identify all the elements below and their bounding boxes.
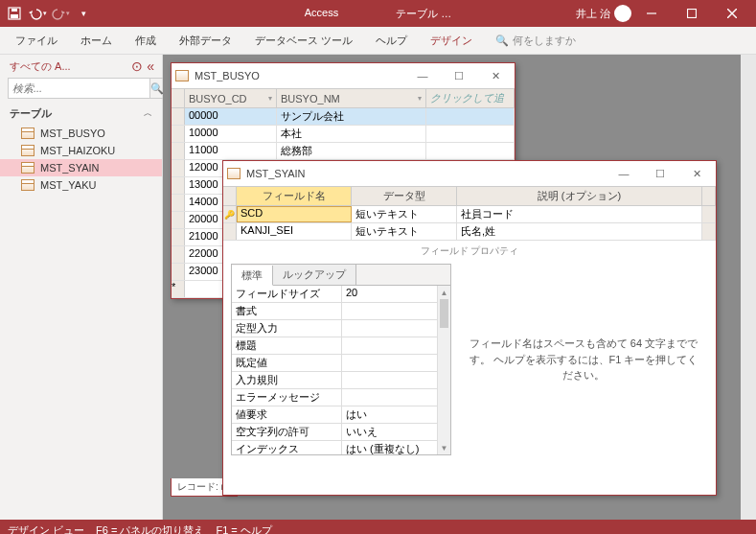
property-value[interactable]: 20 (342, 286, 450, 302)
tab-create[interactable]: 作成 (126, 30, 166, 52)
property-value[interactable]: はい (342, 406, 450, 423)
window-mst-syain[interactable]: MST_SYAIN — ☐ ✕ フィールド名 データ型 説明 (オプション) 🔑… (222, 160, 717, 496)
property-row[interactable]: 標題 (232, 337, 450, 355)
property-row[interactable]: 空文字列の許可いいえ (232, 424, 450, 441)
close-button[interactable] (712, 0, 752, 27)
new-row-marker[interactable]: * (172, 281, 185, 297)
tab-file[interactable]: ファイル (6, 30, 67, 52)
context-title: テーブル … (396, 7, 451, 21)
tab-design[interactable]: デザイン (421, 30, 482, 52)
dh-field-name[interactable]: フィールド名 (237, 187, 352, 205)
win1-minimize[interactable]: — (407, 65, 438, 86)
status-f1: F1 = ヘルプ (216, 523, 271, 535)
property-row[interactable]: インデックスはい (重複なし) (232, 441, 450, 454)
property-value[interactable] (342, 320, 450, 337)
property-row[interactable]: 入力規則 (232, 372, 450, 389)
avatar[interactable] (614, 5, 631, 22)
sidebar-item-mst_haizoku[interactable]: MST_HAIZOKU (0, 142, 162, 159)
undo-icon[interactable]: ▾ (27, 3, 48, 24)
win2-close[interactable]: ✕ (681, 163, 712, 184)
search-icon: 🔍 (495, 35, 509, 47)
table-icon (21, 162, 34, 174)
workspace-scrollbar[interactable] (741, 55, 756, 520)
sidebar-item-label: MST_YAKU (40, 179, 96, 191)
dh-description[interactable]: 説明 (オプション) (457, 187, 702, 205)
property-label: 書式 (232, 303, 342, 319)
user-name: 井上 治 (576, 7, 610, 21)
svg-rect-4 (688, 10, 697, 18)
property-row[interactable]: フィールドサイズ20 (232, 286, 450, 303)
property-value[interactable] (342, 389, 450, 406)
win2-minimize[interactable]: — (608, 163, 639, 184)
nav-group-tables[interactable]: テーブル (10, 106, 52, 121)
property-row[interactable]: 値要求はい (232, 406, 450, 424)
property-value[interactable] (342, 355, 450, 371)
property-value[interactable]: はい (重複なし) (342, 441, 450, 454)
property-value[interactable]: いいえ (342, 424, 450, 440)
nav-search-input[interactable] (8, 78, 150, 99)
property-label: エラーメッセージ (232, 389, 342, 406)
redo-icon[interactable]: ▾ (50, 3, 71, 24)
status-f6: F6 = パネルの切り替え (96, 523, 204, 535)
win2-maximize[interactable]: ☐ (645, 163, 676, 184)
property-label: 値要求 (232, 406, 342, 423)
tell-me-search[interactable]: 🔍 何をしますか (495, 34, 576, 48)
chevron-up-icon[interactable]: ︿ (144, 107, 152, 120)
property-row[interactable]: 書式 (232, 303, 450, 320)
col-busyo-nm[interactable]: BUSYO_NM (281, 93, 340, 104)
sidebar-item-mst_busyo[interactable]: MST_BUSYO (0, 125, 162, 142)
design-row[interactable]: KANJI_SEI短いテキスト氏名,姓 (223, 223, 716, 241)
col-add[interactable]: クリックして追 (430, 91, 504, 105)
sidebar-item-label: MST_HAIZOKU (40, 145, 115, 156)
property-row[interactable]: 定型入力 (232, 320, 450, 337)
sidebar-item-label: MST_BUSYO (40, 128, 105, 139)
title-bar: ▾ ▾ ▾ Access テーブル … 井上 治 (0, 0, 756, 27)
property-label: 空文字列の許可 (232, 424, 342, 440)
property-value[interactable] (342, 303, 450, 319)
field-properties-label: フィールド プロパティ (223, 241, 716, 262)
property-label: 標題 (232, 337, 342, 354)
nav-collapse-icon[interactable]: ⊙ « (131, 58, 154, 74)
property-label: 定型入力 (232, 320, 342, 337)
sidebar-item-mst_yaku[interactable]: MST_YAKU (0, 176, 162, 194)
table-icon (175, 70, 189, 81)
svg-rect-1 (11, 14, 18, 18)
property-value[interactable] (342, 337, 450, 354)
qat-customize-icon[interactable]: ▾ (73, 3, 94, 24)
win1-title: MST_BUSYO (195, 70, 260, 81)
table-row[interactable]: 11000総務部 (172, 143, 515, 160)
field-help-text: フィールド名はスペースも含めて 64 文字までです。 ヘルプを表示するには、F1… (459, 264, 708, 455)
svg-rect-2 (11, 9, 17, 12)
win2-title: MST_SYAIN (246, 168, 306, 179)
property-label: インデックス (232, 441, 342, 454)
nav-title[interactable]: すべての A... (10, 59, 71, 74)
ribbon-tabs: ファイル ホーム 作成 外部データ データベース ツール ヘルプ デザイン 🔍 … (0, 27, 756, 54)
win1-maximize[interactable]: ☐ (444, 65, 474, 86)
table-row[interactable]: 10000本社 (172, 126, 515, 143)
tab-lookup[interactable]: ルックアップ (273, 265, 356, 285)
tab-help[interactable]: ヘルプ (366, 30, 417, 52)
tab-general[interactable]: 標準 (232, 266, 273, 286)
property-label: 入力規則 (232, 372, 342, 388)
nav-pane: すべての A... ⊙ « 🔍 テーブル︿ MST_BUSYOMST_HAIZO… (0, 55, 163, 520)
table-row[interactable]: 00000サンプル会社 (172, 108, 515, 126)
property-row[interactable]: 既定値 (232, 355, 450, 372)
tab-dbtools[interactable]: データベース ツール (245, 30, 362, 52)
win1-close[interactable]: ✕ (480, 65, 511, 86)
col-busyo-cd[interactable]: BUSYO_CD (189, 93, 247, 104)
sidebar-item-mst_syain[interactable]: MST_SYAIN (0, 159, 162, 176)
save-icon[interactable] (4, 3, 25, 24)
property-label: フィールドサイズ (232, 286, 342, 302)
table-icon (227, 168, 241, 179)
tab-home[interactable]: ホーム (71, 30, 122, 52)
tab-external[interactable]: 外部データ (170, 30, 241, 52)
maximize-button[interactable] (672, 0, 712, 27)
design-row[interactable]: 🔑SCD短いテキスト社員コード (223, 206, 716, 223)
minimize-button[interactable] (631, 0, 672, 27)
property-row[interactable]: エラーメッセージ (232, 389, 450, 406)
table-icon (21, 179, 34, 191)
table-icon (21, 145, 34, 156)
property-value[interactable] (342, 372, 450, 388)
prop-scrollbar[interactable]: ▲▼ (437, 286, 450, 454)
dh-data-type[interactable]: データ型 (352, 187, 457, 205)
